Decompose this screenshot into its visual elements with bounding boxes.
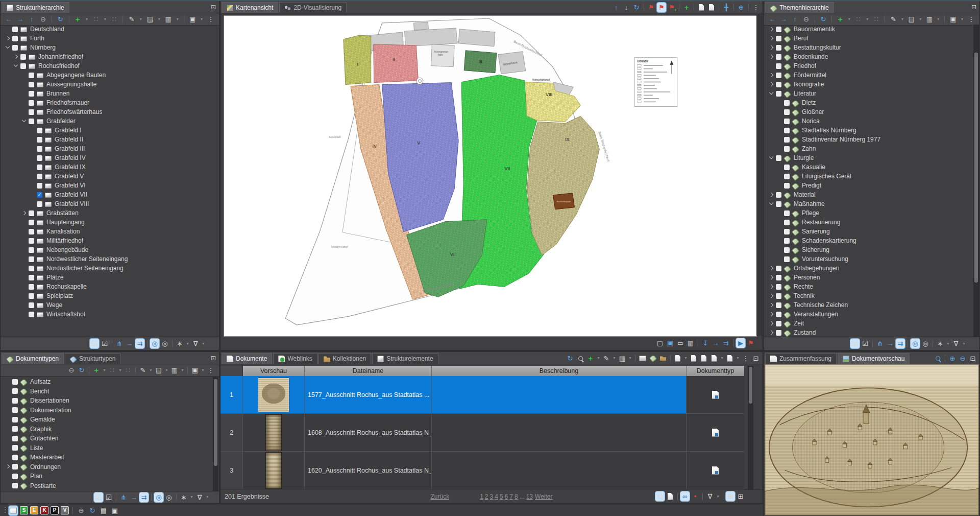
preview-button[interactable] xyxy=(655,491,665,501)
checkbox[interactable] xyxy=(12,27,18,32)
expand-arrow-icon[interactable] xyxy=(21,109,28,115)
page-link[interactable]: 8 xyxy=(514,493,518,500)
filter-button[interactable]: ∇ xyxy=(191,339,200,348)
tree-item[interactable]: Personen xyxy=(764,273,972,282)
expand-arrow-icon[interactable] xyxy=(21,228,28,235)
pan-button[interactable]: ╋ xyxy=(722,3,731,12)
split-button[interactable]: ⇉ xyxy=(721,338,730,348)
expand-arrow-icon[interactable] xyxy=(776,247,783,253)
tree-item[interactable]: Wege xyxy=(1,300,214,310)
expand-arrow-icon[interactable] xyxy=(21,274,28,281)
checkbox[interactable] xyxy=(29,73,34,78)
expand-arrow-icon[interactable] xyxy=(21,265,28,272)
tree-item[interactable]: Gloßner xyxy=(764,107,972,116)
checkbox[interactable] xyxy=(37,174,42,179)
copy-button[interactable]: ▤ xyxy=(99,506,108,515)
tree-item[interactable]: Fördermittel xyxy=(764,71,972,80)
dropdown-caret[interactable]: ▾ xyxy=(736,354,740,363)
dropdown-caret[interactable]: ▾ xyxy=(201,365,205,375)
tree-item[interactable]: Grabfeld VI xyxy=(1,181,214,190)
tree-item[interactable]: Zeit xyxy=(764,319,972,328)
checkbox[interactable] xyxy=(776,82,781,87)
move-node-button[interactable]: ∷ xyxy=(124,365,133,375)
tree-item[interactable]: Nürnberg xyxy=(1,43,214,52)
link-search-button[interactable]: ∞ xyxy=(680,491,690,501)
expand-arrow-icon[interactable] xyxy=(21,284,28,290)
expand-arrow-icon[interactable] xyxy=(21,219,28,226)
expand-arrow-icon[interactable] xyxy=(768,330,775,336)
tree-item[interactable]: Predigt xyxy=(764,181,972,190)
expand-arrow-icon[interactable] xyxy=(29,173,36,180)
tree-item[interactable]: Literatur xyxy=(764,89,972,98)
checkbox[interactable] xyxy=(29,210,34,216)
deselect-button[interactable]: ⊖ xyxy=(77,506,86,515)
table-row[interactable]: 2 1608_Ausschnitt Rochus_aus Stadtatlas … xyxy=(220,414,744,452)
tree-item[interactable]: Liste xyxy=(1,443,212,453)
checkbox[interactable] xyxy=(784,229,790,234)
checkbox[interactable] xyxy=(784,174,790,179)
checkbox[interactable] xyxy=(784,256,790,262)
dropdown-caret[interactable]: ▾ xyxy=(102,365,107,375)
back-button[interactable]: ← xyxy=(768,14,777,24)
badge-v[interactable]: V xyxy=(61,506,69,514)
checkbox[interactable] xyxy=(784,128,790,133)
globe-button[interactable]: ⊕ xyxy=(737,3,746,12)
tree-item[interactable]: Kanalisation xyxy=(1,227,214,236)
tree-item[interactable]: Liturgisches Gerät xyxy=(764,172,972,181)
document-types-scrollbar[interactable] xyxy=(213,377,218,491)
refresh-button[interactable]: ↻ xyxy=(819,14,828,24)
add-button[interactable]: + xyxy=(92,365,101,375)
tree-item[interactable]: Ortsbegehungen xyxy=(764,264,972,273)
dropdown-caret[interactable]: ▾ xyxy=(683,354,688,363)
dropdown-caret[interactable]: ▾ xyxy=(118,365,122,375)
expand-arrow-icon[interactable] xyxy=(768,26,775,33)
expand-arrow-icon[interactable] xyxy=(768,54,775,60)
dropdown-caret[interactable]: ▾ xyxy=(189,492,194,502)
expand-arrow-icon[interactable] xyxy=(21,256,28,263)
checkbox-mode-button[interactable]: ☑ xyxy=(861,339,870,348)
expand-arrow-icon[interactable] xyxy=(768,192,775,198)
tag-link-button[interactable] xyxy=(648,354,657,363)
down-button[interactable]: ↓ xyxy=(622,3,631,12)
tree-item[interactable]: Spielplatz xyxy=(1,291,214,300)
add-button[interactable]: + xyxy=(586,354,595,363)
expand-arrow-icon[interactable] xyxy=(5,26,11,33)
tree-item[interactable]: Nordöstlicher Seiteneingang xyxy=(1,264,214,273)
checkbox[interactable] xyxy=(776,201,781,207)
tree-item[interactable]: Zustand xyxy=(764,328,972,337)
tree-item[interactable]: Rechte xyxy=(764,282,972,291)
import-document-button[interactable] xyxy=(707,3,716,12)
tree-item[interactable]: Dokumentation xyxy=(1,406,212,415)
expand-arrow-icon[interactable] xyxy=(5,416,11,423)
checkbox[interactable] xyxy=(776,312,781,317)
dropdown-caret[interactable]: ▾ xyxy=(200,14,204,24)
menu-button[interactable]: ⋮ xyxy=(206,365,215,375)
tree-item[interactable]: Grabfeld V xyxy=(1,172,214,181)
collapse-all-button[interactable]: ▣ xyxy=(188,14,197,24)
expand-arrow-icon[interactable] xyxy=(21,311,28,318)
dropdown-caret[interactable]: ▾ xyxy=(138,14,143,24)
deselect-button[interactable]: ⊖ xyxy=(38,14,47,24)
deselect-button[interactable]: ⊖ xyxy=(67,365,76,375)
dropdown-caret[interactable]: ▾ xyxy=(918,14,923,24)
table-columns-button[interactable]: ⊞ xyxy=(736,491,745,501)
theme-tree-scrollbar[interactable] xyxy=(973,25,979,337)
combine-and-button[interactable]: ◎ xyxy=(160,339,169,348)
expand-arrow-icon[interactable] xyxy=(21,118,28,125)
expand-arrow-icon[interactable] xyxy=(5,397,11,404)
copy-button[interactable]: ▤ xyxy=(145,14,155,24)
send-button[interactable]: ▶ xyxy=(736,338,745,348)
dropdown-caret[interactable]: ▾ xyxy=(960,14,965,24)
propagate-down-button[interactable]: ⇉ xyxy=(139,492,149,502)
expand-arrow-icon[interactable] xyxy=(768,90,775,97)
expand-arrow-icon[interactable] xyxy=(29,146,36,152)
badge-s[interactable]: S xyxy=(20,506,28,514)
expand-arrow-icon[interactable] xyxy=(768,44,775,51)
document-properties-button[interactable] xyxy=(725,354,734,363)
copy-button[interactable]: ▤ xyxy=(154,365,163,375)
expand-arrow-icon[interactable] xyxy=(5,388,11,394)
tree-item[interactable]: Graphik xyxy=(1,425,212,434)
checkbox[interactable] xyxy=(12,474,18,479)
expand-arrow-icon[interactable] xyxy=(29,164,36,171)
tree-item[interactable]: Haupteingang xyxy=(1,218,214,227)
